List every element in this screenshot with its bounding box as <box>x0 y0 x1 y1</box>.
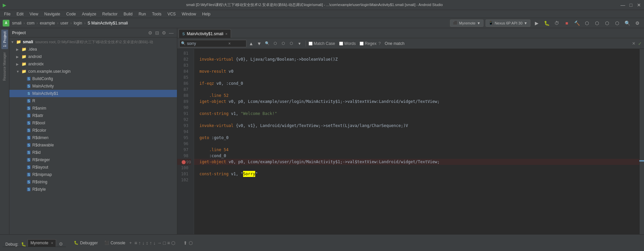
code-line-86[interactable]: if-eqz v0, :cond_0 <box>194 80 639 86</box>
build-button[interactable]: 🔨 <box>573 19 581 27</box>
bottom-settings-icon[interactable]: ⚙ <box>59 241 63 247</box>
minimize-button[interactable]: — <box>620 3 625 7</box>
bottom-toolbar-icon-6[interactable]: ↓ <box>153 240 155 246</box>
code-line-100[interactable] <box>194 165 639 171</box>
menu-item-vcs[interactable]: VCS <box>165 11 179 17</box>
code-line-99[interactable]: iget-object v0, p0, Lcom/example/user/lo… <box>194 159 639 165</box>
bottom-toolbar-icon-2[interactable]: ↑ <box>138 240 141 246</box>
api-dropdown[interactable]: 📱 Nexus 6P API 30 ▼ <box>486 19 531 27</box>
console-add-btn[interactable]: + <box>129 241 132 245</box>
search-everywhere-button[interactable]: 🔍 <box>623 19 631 27</box>
code-line-98[interactable]: :cond_0 <box>194 153 639 159</box>
tree-item-10[interactable]: S R$attr <box>9 112 177 119</box>
tree-item-7[interactable]: S MainActivity$1 <box>9 90 177 97</box>
code-line-81[interactable] <box>194 50 639 56</box>
stop-button[interactable]: ■ <box>563 19 571 27</box>
project-settings-icon[interactable]: ⚙ <box>161 29 167 36</box>
bottom-toolbar-icon-10[interactable]: ⬡ <box>171 240 175 246</box>
menu-item-tools[interactable]: Tools <box>149 11 164 17</box>
code-line-84[interactable]: move-result v0 <box>194 68 639 74</box>
code-line-88[interactable]: .line 52 <box>194 92 639 99</box>
menu-item-help[interactable]: Help <box>199 11 213 17</box>
words-option[interactable]: Words <box>339 41 356 46</box>
tree-item-4[interactable]: ▼ 📁 com.example.user.login <box>9 68 177 75</box>
tab-close-btn[interactable]: × <box>225 32 227 36</box>
regex-option[interactable]: Regex <box>360 41 376 46</box>
code-line-97[interactable]: .line 54 <box>194 147 639 153</box>
run-button[interactable]: ▶ <box>533 19 541 27</box>
bottom-toolbar-icon-1[interactable]: ≡ <box>134 240 137 246</box>
tree-item-12[interactable]: S R$color <box>9 127 177 134</box>
tree-item-16[interactable]: S R$integer <box>9 156 177 164</box>
code-line-92[interactable] <box>194 117 639 123</box>
search-find-btn[interactable]: 🔍 <box>264 40 271 47</box>
tree-item-9[interactable]: S R$anim <box>9 105 177 112</box>
tree-item-5[interactable]: S BuildConfig <box>9 75 177 82</box>
tree-item-20[interactable]: S R$style <box>9 186 177 193</box>
breadcrumb-com[interactable]: com <box>27 21 35 25</box>
breadcrumb-user[interactable]: user <box>60 21 68 25</box>
tree-item-0[interactable]: ▼ 📁 smali sources root, D:\MyFiles\课程\大三… <box>9 38 177 46</box>
code-line-87[interactable] <box>194 86 639 92</box>
breadcrumb-login[interactable]: login <box>74 21 82 25</box>
regex-checkbox[interactable] <box>360 42 364 46</box>
session-close-btn[interactable]: × <box>51 241 53 245</box>
maximize-button[interactable]: □ <box>629 3 633 7</box>
toolbar-btn-3[interactable]: ⬡ <box>603 19 611 27</box>
tree-item-18[interactable]: S R$mipmap <box>9 171 177 178</box>
code-line-82[interactable]: invoke-virtual {v0}, Ljava/lang/Boolean;… <box>194 56 639 62</box>
code-line-83[interactable] <box>194 62 639 68</box>
words-checkbox[interactable] <box>339 42 343 46</box>
resource-manager-icon[interactable]: Resource Manager <box>1 50 8 83</box>
bottom-toolbar-icon-3[interactable]: ↓ <box>142 240 144 246</box>
toolbar-btn-4[interactable]: ⬡ <box>613 19 621 27</box>
breakpoint-icon-99[interactable] <box>182 160 186 164</box>
debugger-tab[interactable]: 🐛 Debugger <box>71 239 100 247</box>
project-layout-icon[interactable]: ⊟ <box>154 29 160 36</box>
menu-item-analyze[interactable]: Analyze <box>79 11 99 17</box>
code-line-91[interactable]: const-string v1, "Welcome Back!" <box>194 111 639 117</box>
tree-item-13[interactable]: S R$dimen <box>9 134 177 141</box>
code-line-96[interactable] <box>194 141 639 147</box>
menu-item-window[interactable]: Window <box>179 11 199 17</box>
menu-item-run[interactable]: Run <box>136 11 149 17</box>
tree-item-2[interactable]: ▶ 📁 android <box>9 53 177 60</box>
bottom-right-expand-icon[interactable]: ⬆ <box>183 240 187 246</box>
bottom-right-icon2[interactable]: ⬡ <box>189 240 193 246</box>
tree-item-6[interactable]: S MainActivity <box>9 82 177 90</box>
profile-button[interactable]: ⏱ <box>553 19 561 27</box>
toolbar-btn-2[interactable]: ⬡ <box>593 19 601 27</box>
search-close-btn[interactable]: × <box>632 41 635 47</box>
project-minimize-icon[interactable]: — <box>168 29 174 36</box>
breadcrumb-smali[interactable]: smali <box>12 21 21 25</box>
menu-item-edit[interactable]: Edit <box>14 11 26 17</box>
myremote-dropdown[interactable]: ⬛ Myremote ▼ <box>450 19 484 27</box>
code-line-95[interactable]: goto :goto_0 <box>194 135 639 141</box>
menu-item-code[interactable]: Code <box>63 11 79 17</box>
code-line-89[interactable]: iget-object v0, p0, Lcom/example/user/lo… <box>194 99 639 105</box>
project-tab-icon[interactable]: 1: Project <box>1 29 8 49</box>
tree-item-3[interactable]: ▶ 📁 androidx <box>9 60 177 68</box>
close-button[interactable]: ✕ <box>637 3 641 7</box>
tree-item-8[interactable]: S R <box>9 97 177 105</box>
menu-item-build[interactable]: Build <box>121 11 135 17</box>
menu-item-navigate[interactable]: Navigate <box>42 11 63 17</box>
toolbar-btn-1[interactable]: ⬡ <box>583 19 591 27</box>
debug-button[interactable]: 🐛 <box>543 19 551 27</box>
myremote-session-tab[interactable]: Myremote × <box>28 239 56 247</box>
code-line-93[interactable]: invoke-virtual {v0, v1}, Landroid/widget… <box>194 123 639 129</box>
code-line-94[interactable] <box>194 129 639 135</box>
match-case-option[interactable]: Match Case <box>309 41 335 46</box>
match-case-checkbox[interactable] <box>309 42 313 46</box>
search-option3-btn[interactable]: ⬡ <box>288 40 295 47</box>
breadcrumb-example[interactable]: example <box>40 21 55 25</box>
code-line-90[interactable] <box>194 105 639 111</box>
tree-item-19[interactable]: S R$string <box>9 178 177 186</box>
code-line-102[interactable] <box>194 177 639 183</box>
console-tab[interactable]: ⬛ Console <box>102 239 128 247</box>
bottom-toolbar-icon-8[interactable]: □ <box>163 240 166 246</box>
menu-item-refactor[interactable]: Refactor <box>100 11 120 17</box>
tree-item-1[interactable]: ▶ 📁 .idea <box>9 46 177 53</box>
main-editor-tab[interactable]: S MainActivity$1.smali × <box>179 29 231 38</box>
settings-button[interactable]: ⚙ <box>633 19 641 27</box>
